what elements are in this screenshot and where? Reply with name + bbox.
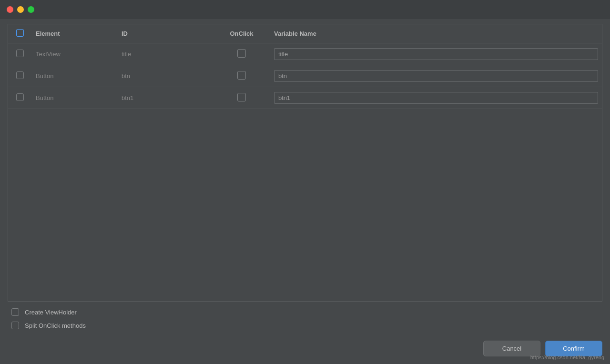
create-viewholder-label: Create ViewHolder: [25, 309, 77, 316]
row2-onclick-cell[interactable]: [213, 65, 270, 87]
row1-onclick-cell[interactable]: [213, 43, 270, 65]
row2-select-checkbox[interactable]: [16, 71, 24, 79]
row3-element-cell: Button: [32, 87, 118, 109]
empty-row: [8, 109, 602, 195]
row3-varname-cell[interactable]: [270, 87, 602, 109]
button-row: Cancel Confirm: [0, 336, 610, 364]
row3-varname-input[interactable]: [274, 92, 598, 104]
create-viewholder-checkbox[interactable]: [11, 308, 19, 316]
table-row: Button btn: [8, 65, 602, 87]
row2-onclick-checkbox[interactable]: [237, 71, 246, 80]
table-row: TextView title: [8, 43, 602, 65]
split-onclick-checkbox[interactable]: [11, 322, 19, 329]
row1-varname-cell[interactable]: [270, 43, 602, 65]
row2-varname-input[interactable]: [274, 70, 598, 82]
minimize-button[interactable]: [17, 6, 24, 13]
row1-varname-input[interactable]: [274, 48, 598, 60]
row1-id-cell: title: [118, 43, 213, 65]
row1-select-checkbox[interactable]: [16, 50, 24, 57]
traffic-lights: [7, 6, 34, 13]
row2-element-cell: Button: [32, 65, 118, 87]
row3-select-checkbox[interactable]: [16, 93, 24, 101]
split-onclick-label: Split OnClick methods: [25, 322, 86, 329]
element-column-header: Element: [32, 24, 118, 43]
row3-onclick-cell[interactable]: [213, 87, 270, 109]
dialog-container: Element ID OnClick Variable Name TextVie…: [0, 19, 610, 364]
close-button[interactable]: [7, 6, 13, 13]
titlebar: [0, 0, 610, 19]
varname-column-header: Variable Name: [270, 24, 602, 43]
table-wrapper: Element ID OnClick Variable Name TextVie…: [8, 24, 602, 302]
row1-onclick-checkbox[interactable]: [237, 49, 246, 58]
select-all-checkbox[interactable]: [16, 29, 24, 37]
maximize-button[interactable]: [28, 6, 34, 13]
footer-options: Create ViewHolder Split OnClick methods: [0, 302, 610, 336]
row2-varname-cell[interactable]: [270, 65, 602, 87]
row1-select-cell[interactable]: [8, 43, 32, 65]
create-viewholder-row: Create ViewHolder: [11, 308, 599, 316]
row3-onclick-checkbox[interactable]: [237, 93, 246, 101]
row3-id-cell: btn1: [118, 87, 213, 109]
row2-select-cell[interactable]: [8, 65, 32, 87]
onclick-column-header: OnClick: [213, 24, 270, 43]
elements-table: Element ID OnClick Variable Name TextVie…: [8, 24, 602, 195]
select-all-header[interactable]: [8, 24, 32, 43]
row1-element-cell: TextView: [32, 43, 118, 65]
table-row: Button btn1: [8, 87, 602, 109]
watermark: https://blog.csdn.net/Na_gyreng: [530, 354, 604, 360]
split-onclick-row: Split OnClick methods: [11, 322, 599, 329]
row3-select-cell[interactable]: [8, 87, 32, 109]
id-column-header: ID: [118, 24, 213, 43]
row2-id-cell: btn: [118, 65, 213, 87]
